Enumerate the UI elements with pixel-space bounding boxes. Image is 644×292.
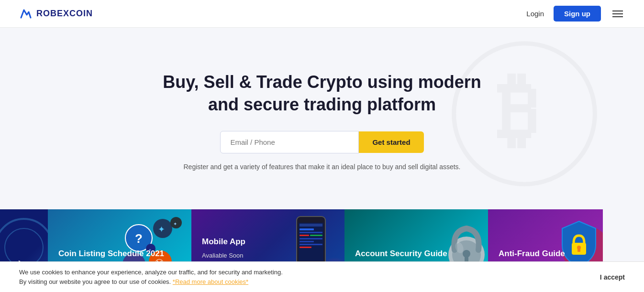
logo-icon [19, 7, 33, 21]
svg-rect-18 [300, 224, 322, 227]
get-started-button[interactable]: Get started [359, 131, 423, 153]
hero-subtitle: Register and get a variety of features t… [184, 163, 461, 171]
svg-rect-22 [310, 235, 322, 236]
card-3-subtitle: Avaliable Soon [202, 252, 334, 259]
hero-title: Buy, Sell & Trade Crypto using modern an… [155, 71, 489, 116]
hamburger-line-1 [612, 11, 623, 11]
cookie-message-line1: We use cookies to enhance your experienc… [19, 269, 283, 276]
hero-form: Get started [220, 131, 423, 153]
cookie-bar: We use cookies to enhance your experienc… [0, 261, 644, 286]
card-5-title: Anti-Fraud Guide [499, 249, 592, 259]
email-phone-input[interactable] [220, 131, 359, 153]
logo: ROBEXCOIN [19, 7, 93, 21]
signup-button[interactable]: Sign up [554, 6, 601, 22]
login-link[interactable]: Login [526, 10, 544, 18]
svg-text:✦: ✦ [173, 221, 177, 227]
card-4-title: Account Security Guide [355, 249, 477, 259]
svg-rect-21 [300, 235, 309, 236]
hamburger-menu[interactable] [611, 9, 625, 19]
card-2-title: Coin Listing Schedule 2021 [58, 249, 181, 259]
cookie-accept-button[interactable]: I accept [600, 273, 625, 281]
card-3-title: Mobile App [202, 237, 334, 247]
svg-text:?: ? [135, 231, 143, 246]
hero-section: ₿ Buy, Sell & Trade Crypto using modern … [0, 28, 644, 205]
hamburger-line-3 [612, 16, 623, 17]
hamburger-line-2 [612, 13, 623, 14]
svg-rect-20 [300, 232, 322, 233]
logo-text: ROBEXCOIN [36, 9, 93, 19]
header-right: Login Sign up [526, 6, 625, 22]
svg-text:₿: ₿ [497, 65, 538, 155]
svg-rect-19 [300, 228, 314, 230]
cookie-message-line2: By visiting our website you agree to our… [19, 278, 173, 285]
cookie-learn-more-link[interactable]: *Read more about cookies* [173, 278, 248, 285]
header: ROBEXCOIN Login Sign up [0, 0, 644, 28]
svg-text:✦: ✦ [158, 225, 165, 234]
cookie-text: We use cookies to enhance your experienc… [19, 268, 283, 286]
